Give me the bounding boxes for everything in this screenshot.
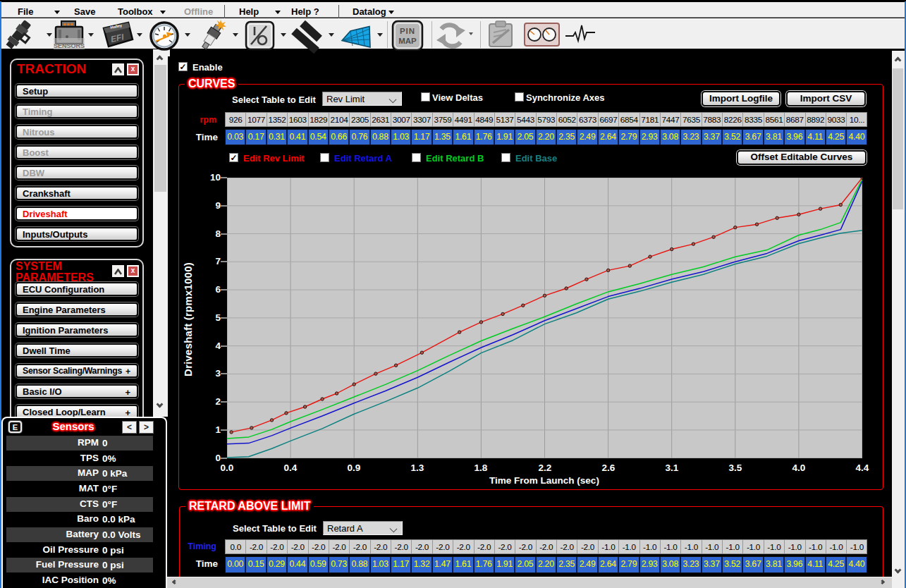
- svg-text:MAP: MAP: [398, 37, 417, 45]
- svg-text:PIN: PIN: [400, 27, 415, 35]
- svg-text:SENSORS: SENSORS: [54, 42, 85, 49]
